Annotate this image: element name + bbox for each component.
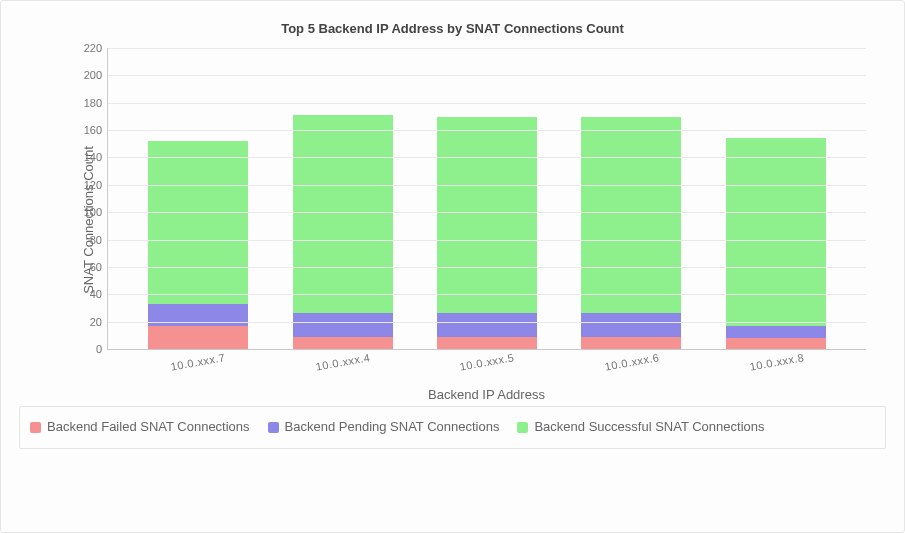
legend-label: Backend Failed SNAT Connections — [47, 415, 250, 440]
legend: Backend Failed SNAT ConnectionsBackend P… — [19, 406, 886, 449]
bar-segment — [581, 313, 681, 337]
chart-title: Top 5 Backend IP Address by SNAT Connect… — [19, 21, 886, 36]
legend-label: Backend Successful SNAT Connections — [534, 415, 764, 440]
y-tick-label: 120 — [84, 179, 108, 191]
plot-region: SNAT Connections Count 02040608010012014… — [19, 40, 886, 400]
y-tick-label: 180 — [84, 97, 108, 109]
gridline — [108, 157, 866, 158]
gridline — [108, 185, 866, 186]
y-tick-label: 100 — [84, 206, 108, 218]
y-tick-label: 220 — [84, 42, 108, 54]
gridline — [108, 294, 866, 295]
bar-stack — [726, 97, 826, 349]
gridline — [108, 130, 866, 131]
bar-segment — [293, 337, 393, 349]
legend-item: Backend Successful SNAT Connections — [517, 415, 764, 440]
bar-segment — [148, 304, 248, 327]
y-tick-label: 200 — [84, 69, 108, 81]
bars-layer — [108, 48, 866, 349]
bar-segment — [437, 337, 537, 349]
bar-stack — [437, 85, 537, 349]
legend-label: Backend Pending SNAT Connections — [285, 415, 500, 440]
legend-swatch — [268, 422, 279, 433]
gridline — [108, 212, 866, 213]
x-tick-label: 10.0.xxx.7 — [148, 347, 250, 384]
y-tick-label: 140 — [84, 151, 108, 163]
y-tick-label: 80 — [90, 234, 108, 246]
bar-segment — [726, 338, 826, 349]
bar-segment — [726, 326, 826, 337]
y-tick-label: 160 — [84, 124, 108, 136]
bar-stack — [293, 84, 393, 349]
bar-segment — [437, 117, 537, 313]
x-axis-title: Backend IP Address — [107, 387, 866, 402]
legend-row: Backend Failed SNAT ConnectionsBackend P… — [30, 415, 875, 440]
chart-card: Top 5 Backend IP Address by SNAT Connect… — [0, 0, 905, 533]
x-ticks: 10.0.xxx.710.0.xxx.410.0.xxx.510.0.xxx.6… — [107, 350, 866, 376]
plot-area: 020406080100120140160180200220 — [107, 48, 866, 350]
x-tick-label: 10.0.xxx.5 — [437, 347, 539, 384]
y-tick-label: 40 — [90, 288, 108, 300]
legend-item: Backend Failed SNAT Connections — [30, 415, 250, 440]
gridline — [108, 322, 866, 323]
bar-segment — [437, 313, 537, 337]
bar-segment — [726, 138, 826, 326]
x-tick-label: 10.0.xxx.8 — [726, 347, 828, 384]
bar-segment — [293, 313, 393, 337]
bar-segment — [581, 337, 681, 349]
gridline — [108, 103, 866, 104]
bar-segment — [293, 115, 393, 313]
legend-swatch — [30, 422, 41, 433]
gridline — [108, 267, 866, 268]
y-tick-label: 20 — [90, 316, 108, 328]
y-tick-label: 60 — [90, 261, 108, 273]
bar-segment — [148, 326, 248, 349]
bar-segment — [581, 117, 681, 313]
bar-stack — [581, 85, 681, 349]
gridline — [108, 48, 866, 49]
x-tick-label: 10.0.xxx.6 — [582, 347, 684, 384]
x-tick-label: 10.0.xxx.4 — [293, 347, 395, 384]
bar-segment — [148, 141, 248, 304]
gridline — [108, 75, 866, 76]
gridline — [108, 240, 866, 241]
legend-swatch — [517, 422, 528, 433]
legend-item: Backend Pending SNAT Connections — [268, 415, 500, 440]
bar-stack — [148, 99, 248, 349]
